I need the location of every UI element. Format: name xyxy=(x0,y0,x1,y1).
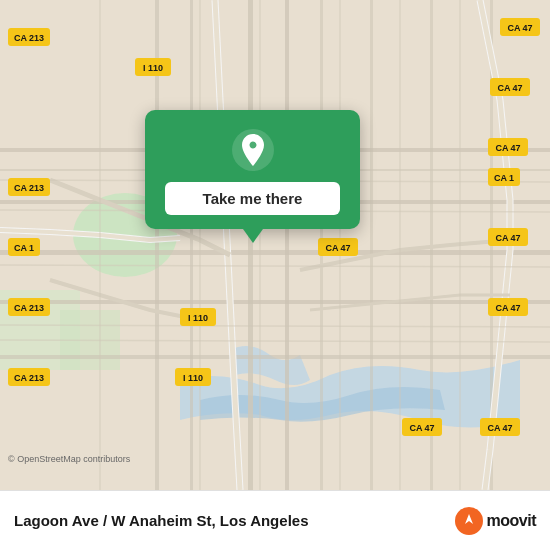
svg-text:CA 47: CA 47 xyxy=(495,143,520,153)
svg-text:CA 47: CA 47 xyxy=(495,233,520,243)
svg-text:CA 47: CA 47 xyxy=(325,243,350,253)
svg-rect-5 xyxy=(285,0,289,490)
svg-text:CA 47: CA 47 xyxy=(409,423,434,433)
svg-text:CA 47: CA 47 xyxy=(487,423,512,433)
location-name: Lagoon Ave / W Anaheim St, Los Angeles xyxy=(14,512,455,529)
svg-text:CA 213: CA 213 xyxy=(14,183,44,193)
moovit-text: moovit xyxy=(487,512,536,530)
svg-text:CA 47: CA 47 xyxy=(495,303,520,313)
svg-rect-16 xyxy=(0,355,550,359)
svg-text:CA 213: CA 213 xyxy=(14,33,44,43)
map-container: CA 213 I 110 I 110 I 110 I 110 CA 47 CA … xyxy=(0,0,550,490)
bottom-bar: Lagoon Ave / W Anaheim St, Los Angeles m… xyxy=(0,490,550,550)
svg-text:I 110: I 110 xyxy=(188,313,208,323)
map-svg: CA 213 I 110 I 110 I 110 I 110 CA 47 CA … xyxy=(0,0,550,490)
take-me-there-button[interactable]: Take me there xyxy=(165,182,340,215)
moovit-logo[interactable]: moovit xyxy=(455,507,536,535)
svg-text:CA 1: CA 1 xyxy=(14,243,34,253)
location-pin-icon xyxy=(231,128,275,172)
svg-text:CA 47: CA 47 xyxy=(507,23,532,33)
popup-card: Take me there xyxy=(145,110,360,229)
svg-text:I 110: I 110 xyxy=(143,63,163,73)
svg-rect-7 xyxy=(190,0,193,490)
moovit-m-icon xyxy=(460,512,478,530)
svg-text:CA 47: CA 47 xyxy=(497,83,522,93)
svg-text:CA 213: CA 213 xyxy=(14,303,44,313)
svg-rect-14 xyxy=(0,250,550,255)
svg-rect-4 xyxy=(248,0,253,490)
svg-rect-9 xyxy=(370,0,373,490)
svg-text:CA 1: CA 1 xyxy=(494,173,514,183)
svg-text:© OpenStreetMap contributors: © OpenStreetMap contributors xyxy=(8,454,131,464)
svg-text:I 110: I 110 xyxy=(183,373,203,383)
moovit-dot-icon xyxy=(455,507,483,535)
svg-text:CA 213: CA 213 xyxy=(14,373,44,383)
svg-rect-15 xyxy=(0,300,550,304)
